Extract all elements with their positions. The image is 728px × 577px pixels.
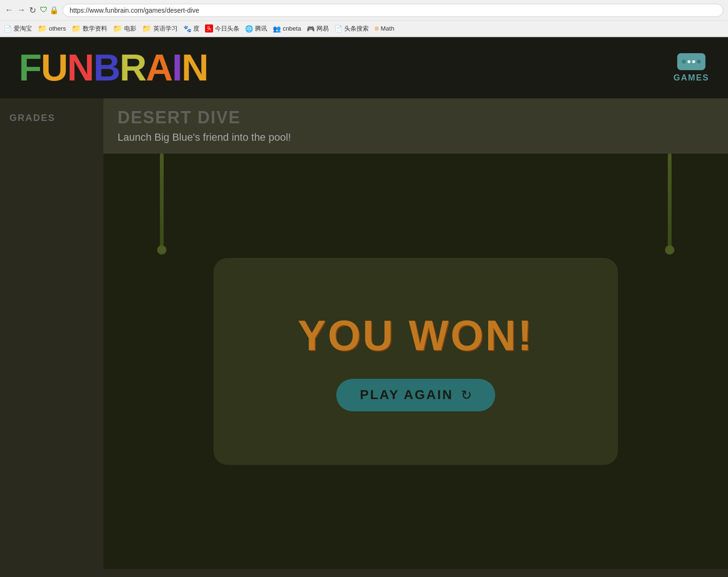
play-again-label: PLAY AGAIN: [360, 387, 453, 402]
refresh-button[interactable]: ↻: [29, 5, 36, 16]
rope-left: [160, 153, 164, 248]
grades-label: GRADES: [0, 108, 103, 128]
bookmark-label: 腾讯: [255, 24, 267, 33]
toutiao-icon: 头: [205, 24, 213, 32]
bookmark-label: 头条搜索: [344, 24, 369, 33]
sidebar: GRADES: [0, 98, 103, 569]
logo-letter-a: A: [146, 49, 172, 87]
game-title: DESERT DIVE: [118, 108, 714, 128]
lock-icon: 🔒: [49, 6, 59, 15]
folder-icon: 📁: [71, 24, 81, 33]
win-overlay: YOU WON! PLAY AGAIN ↻: [214, 258, 618, 465]
content-area: GRADES DESERT DIVE Launch Big Blue's fri…: [0, 98, 728, 569]
bookmark-label: 网易: [317, 24, 329, 33]
cnbeta-icon: 👥: [273, 25, 281, 32]
funbrain-logo[interactable]: F U N B R A I N: [19, 49, 208, 87]
game-title-area: DESERT DIVE Launch Big Blue's friend int…: [103, 98, 728, 153]
bookmark-taobao[interactable]: 📄 爱淘宝: [4, 24, 32, 33]
site-header: F U N B R A I N GAMES: [0, 37, 728, 98]
game-canvas: YOU WON! PLAY AGAIN ↻: [103, 153, 728, 569]
forward-button[interactable]: →: [17, 5, 25, 15]
play-again-button[interactable]: PLAY AGAIN ↻: [336, 379, 495, 411]
address-bar: ← → ↻ 🛡 🔒: [0, 0, 728, 21]
logo-letter-f: F: [19, 49, 41, 87]
bookmark-math[interactable]: ≡ Math: [374, 24, 394, 33]
bookmark-label: 电影: [124, 24, 136, 33]
replay-icon: ↻: [461, 387, 472, 403]
bookmark-tencent[interactable]: 🌐 腾讯: [245, 24, 267, 33]
bookmark-label: 度: [193, 24, 199, 33]
gamepad-btn-left: [688, 60, 690, 63]
bookmark-label: others: [49, 25, 66, 32]
games-nav[interactable]: GAMES: [673, 53, 709, 83]
bookmark-toutiao-search[interactable]: 📄 头条搜索: [334, 24, 369, 33]
main-content: DESERT DIVE Launch Big Blue's friend int…: [103, 98, 728, 569]
bookmark-label: 数学资料: [83, 24, 107, 33]
bookmarks-bar: 📄 爱淘宝 📁 others 📁 数学资料 📁 电影 📁 英语学习 🐾 度 头 …: [0, 21, 728, 37]
logo-letter-n: N: [67, 49, 94, 87]
du-icon: 🐾: [183, 25, 191, 32]
logo-letter-u: U: [41, 49, 67, 87]
folder-icon: 📁: [38, 24, 47, 33]
gamepad-icon: [677, 53, 705, 70]
logo-letter-r: R: [119, 49, 146, 87]
toutiao-search-icon: 📄: [334, 25, 342, 32]
netease-icon: 🎮: [307, 25, 315, 32]
security-icons: 🛡 🔒: [40, 6, 59, 15]
browser-chrome: ← → ↻ 🛡 🔒 📄 爱淘宝 📁 others 📁 数学资料 📁 电影 📁 英…: [0, 0, 728, 37]
bookmark-toutiao[interactable]: 头 今日头条: [205, 24, 239, 33]
rope-right: [668, 153, 672, 248]
bookmark-english[interactable]: 📁 英语学习: [142, 24, 178, 33]
bookmark-math-resources[interactable]: 📁 数学资料: [71, 24, 107, 33]
bookmark-label: 今日头条: [215, 24, 239, 33]
logo-letter-i: I: [172, 49, 182, 87]
bookmark-du[interactable]: 🐾 度: [183, 24, 199, 33]
folder-icon: 📁: [142, 24, 151, 33]
bookmark-label: Math: [381, 25, 395, 32]
bookmark-label: 爱淘宝: [14, 24, 32, 33]
bookmark-label: cnbeta: [283, 25, 301, 32]
game-subtitle: Launch Big Blue's friend into the pool!: [118, 131, 714, 144]
gamepad-buttons: [688, 60, 695, 63]
bookmark-others[interactable]: 📁 others: [38, 24, 66, 33]
logo-letter-n2: N: [182, 49, 208, 87]
bookmark-label: 英语学习: [153, 24, 178, 33]
taobao-icon: 📄: [4, 25, 12, 32]
you-won-text: YOU WON!: [298, 312, 534, 360]
shield-icon: 🛡: [40, 6, 47, 15]
bookmark-netease[interactable]: 🎮 网易: [307, 24, 329, 33]
gamepad-btn-right: [692, 60, 695, 63]
back-button[interactable]: ←: [5, 5, 13, 15]
math-icon: ≡: [374, 24, 379, 33]
logo-letter-b: B: [93, 49, 119, 87]
folder-icon: 📁: [113, 24, 122, 33]
bookmark-movies[interactable]: 📁 电影: [113, 24, 136, 33]
bookmark-cnbeta[interactable]: 👥 cnbeta: [273, 25, 301, 32]
address-input[interactable]: [63, 4, 723, 17]
tencent-icon: 🌐: [245, 25, 253, 32]
games-nav-label: GAMES: [673, 73, 709, 83]
